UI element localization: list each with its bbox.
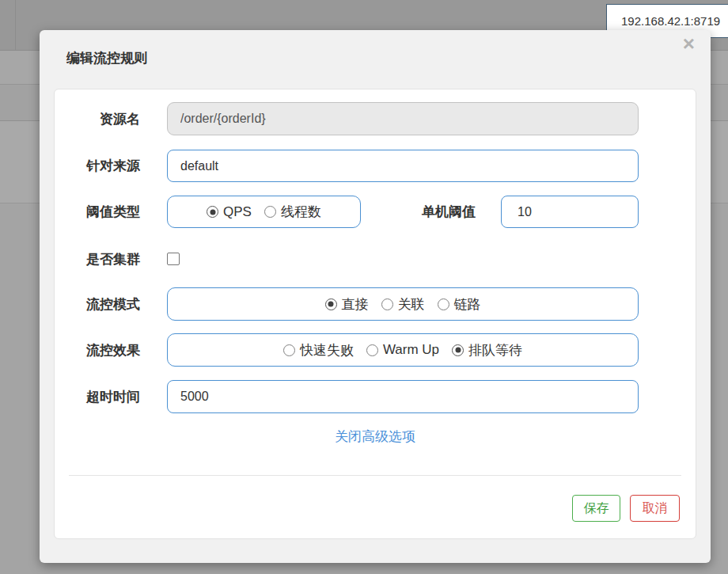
radio-option-label: 关联: [398, 295, 425, 314]
cluster-checkbox[interactable]: [167, 253, 180, 265]
behavior-radio-group: 快速失败 Warm Up 排队等待: [167, 333, 639, 367]
radio-option-label: 快速失败: [300, 341, 354, 359]
strategy-label: 流控模式: [55, 287, 140, 321]
radio-icon: [381, 298, 393, 310]
radio-option-warm-up[interactable]: Warm Up: [366, 342, 439, 358]
radio-option-associate[interactable]: 关联: [381, 295, 425, 314]
radio-option-label: 链路: [454, 295, 481, 314]
radio-option-chain[interactable]: 链路: [438, 295, 481, 314]
radio-icon: [264, 206, 276, 218]
cluster-row: 是否集群: [55, 253, 696, 265]
timeout-row: 超时时间: [55, 380, 696, 413]
strategy-row: 流控模式 直接 关联 链路: [55, 287, 696, 321]
strategy-radio-group: 直接 关联 链路: [167, 287, 639, 321]
edit-flow-rule-dialog: 编辑流控规则 × 资源名 针对来源 阈值类型 QPS 线程数: [40, 30, 711, 563]
radio-option-qps[interactable]: QPS: [207, 204, 252, 220]
radio-option-label: 线程数: [281, 203, 321, 221]
cancel-button[interactable]: 取消: [630, 495, 680, 522]
resource-input: [167, 102, 639, 135]
radio-option-fail-fast[interactable]: 快速失败: [283, 341, 354, 359]
timeout-input[interactable]: [167, 380, 639, 413]
radio-option-queue-wait[interactable]: 排队等待: [452, 341, 522, 359]
limit-app-label: 针对来源: [55, 150, 140, 182]
radio-option-label: Warm Up: [383, 342, 439, 358]
radio-option-label: QPS: [223, 204, 252, 220]
grade-radio-group: QPS 线程数: [167, 196, 361, 228]
radio-icon: [452, 344, 464, 356]
background-sidebar-edge: [15, 0, 16, 50]
close-icon[interactable]: ×: [683, 33, 695, 54]
radio-option-label: 排队等待: [468, 341, 522, 359]
grade-threshold-row: 阈值类型 QPS 线程数 单机阈值: [55, 196, 696, 228]
radio-icon: [366, 344, 378, 356]
limit-app-input[interactable]: [167, 150, 639, 182]
radio-icon: [438, 298, 449, 310]
timeout-label: 超时时间: [55, 380, 140, 413]
limit-app-row: 针对来源: [55, 150, 696, 182]
radio-option-thread-count[interactable]: 线程数: [264, 203, 321, 221]
resource-row: 资源名: [55, 102, 696, 135]
radio-icon: [325, 298, 337, 310]
footer-divider: [69, 475, 681, 476]
radio-option-label: 直接: [342, 295, 369, 314]
radio-option-direct[interactable]: 直接: [325, 295, 369, 314]
grade-label: 阈值类型: [55, 196, 140, 228]
threshold-label: 单机阈值: [387, 196, 476, 228]
dialog-body-card: 资源名 针对来源 阈值类型 QPS 线程数 单机阈值: [54, 89, 696, 539]
save-button[interactable]: 保存: [572, 495, 620, 522]
cluster-label: 是否集群: [55, 253, 140, 265]
threshold-input[interactable]: [501, 196, 639, 228]
radio-icon: [207, 206, 218, 218]
resource-label: 资源名: [55, 102, 140, 135]
dialog-title: 编辑流控规则: [66, 49, 147, 67]
behavior-row: 流控效果 快速失败 Warm Up 排队等待: [55, 333, 696, 367]
toggle-advanced-link[interactable]: 关闭高级选项: [55, 428, 696, 446]
behavior-label: 流控效果: [55, 333, 140, 367]
radio-icon: [283, 344, 295, 356]
